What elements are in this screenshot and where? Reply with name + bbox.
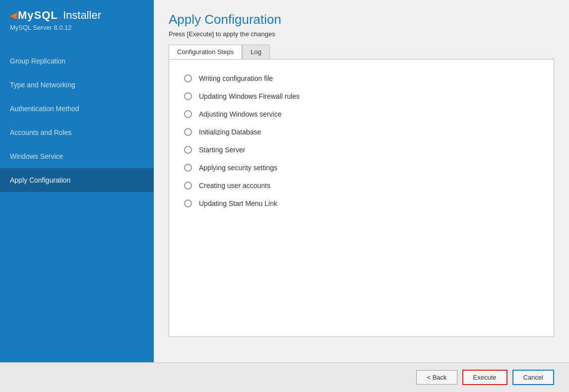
tabs-bar: Configuration Steps Log xyxy=(169,45,554,59)
config-panel: Writing configuration file Updating Wind… xyxy=(169,59,554,337)
sidebar-item-label: Accounts and Roles xyxy=(10,129,72,136)
tab-configuration-steps[interactable]: Configuration Steps xyxy=(169,45,242,59)
sidebar-nav: Group Replication Type and Networking Au… xyxy=(0,49,154,362)
sidebar-subtitle: MySQL Server 8.0.12 xyxy=(10,24,144,31)
step-radio-adjusting-service xyxy=(184,110,192,118)
list-item: Updating Start Menu Link xyxy=(184,195,539,212)
config-steps-list: Writing configuration file Updating Wind… xyxy=(184,69,539,212)
list-item: Writing configuration file xyxy=(184,69,539,87)
sidebar-item-authentication-method[interactable]: Authentication Method xyxy=(0,97,154,121)
step-radio-creating-accounts xyxy=(184,182,192,190)
step-radio-applying-security xyxy=(184,164,192,172)
step-radio-updating-startmenu xyxy=(184,199,192,207)
logo-arrow-icon: ◀ xyxy=(10,10,17,21)
sidebar-item-type-and-networking[interactable]: Type and Networking xyxy=(0,73,154,97)
list-item: Applying security settings xyxy=(184,159,539,177)
sidebar-item-label: Authentication Method xyxy=(10,105,79,113)
cancel-button[interactable]: Cancel xyxy=(512,370,554,385)
sidebar-item-group-replication[interactable]: Group Replication xyxy=(0,49,154,73)
step-radio-starting-server xyxy=(184,146,192,154)
sidebar-item-apply-configuration[interactable]: Apply Configuration xyxy=(0,168,154,192)
list-item: Updating Windows Firewall rules xyxy=(184,87,539,105)
step-label: Applying security settings xyxy=(199,164,277,172)
sidebar-item-accounts-and-roles[interactable]: Accounts and Roles xyxy=(0,121,154,144)
step-label: Starting Server xyxy=(199,146,245,154)
list-item: Adjusting Windows service xyxy=(184,105,539,123)
step-label: Adjusting Windows service xyxy=(199,110,282,118)
execute-button[interactable]: Execute xyxy=(462,370,507,385)
step-radio-updating-firewall xyxy=(184,92,192,100)
back-button[interactable]: < Back xyxy=(416,370,457,385)
footer-bar: < Back Execute Cancel xyxy=(0,362,569,392)
step-label: Initializing Database xyxy=(199,128,261,136)
sidebar-item-label: Windows Service xyxy=(10,152,63,160)
sidebar-item-label: Type and Networking xyxy=(10,81,75,89)
step-label: Writing configuration file xyxy=(199,74,273,82)
sidebar-item-label: Apply Configuration xyxy=(10,176,70,184)
sidebar-item-windows-service[interactable]: Windows Service xyxy=(0,144,154,168)
step-radio-writing-config xyxy=(184,74,192,82)
sidebar-header: ◀ MySQL . Installer MySQL Server 8.0.12 xyxy=(0,0,154,39)
list-item: Creating user accounts xyxy=(184,177,539,195)
step-label: Creating user accounts xyxy=(199,182,270,190)
step-label: Updating Start Menu Link xyxy=(199,199,277,207)
page-subtitle: Press [Execute] to apply the changes xyxy=(169,30,554,38)
logo-dot: . xyxy=(58,9,61,22)
tab-log[interactable]: Log xyxy=(242,45,270,59)
logo-mysql-text: MySQL xyxy=(18,9,58,22)
step-label: Updating Windows Firewall rules xyxy=(199,92,300,100)
step-radio-initializing-db xyxy=(184,128,192,136)
content-area: Apply Configuration Press [Execute] to a… xyxy=(154,0,569,362)
sidebar: ◀ MySQL . Installer MySQL Server 8.0.12 … xyxy=(0,0,154,362)
list-item: Starting Server xyxy=(184,141,539,159)
page-title: Apply Configuration xyxy=(169,12,554,27)
sidebar-item-label: Group Replication xyxy=(10,57,65,65)
logo-installer-text: Installer xyxy=(63,9,101,22)
app-logo: ◀ MySQL . Installer xyxy=(10,9,144,22)
list-item: Initializing Database xyxy=(184,123,539,141)
